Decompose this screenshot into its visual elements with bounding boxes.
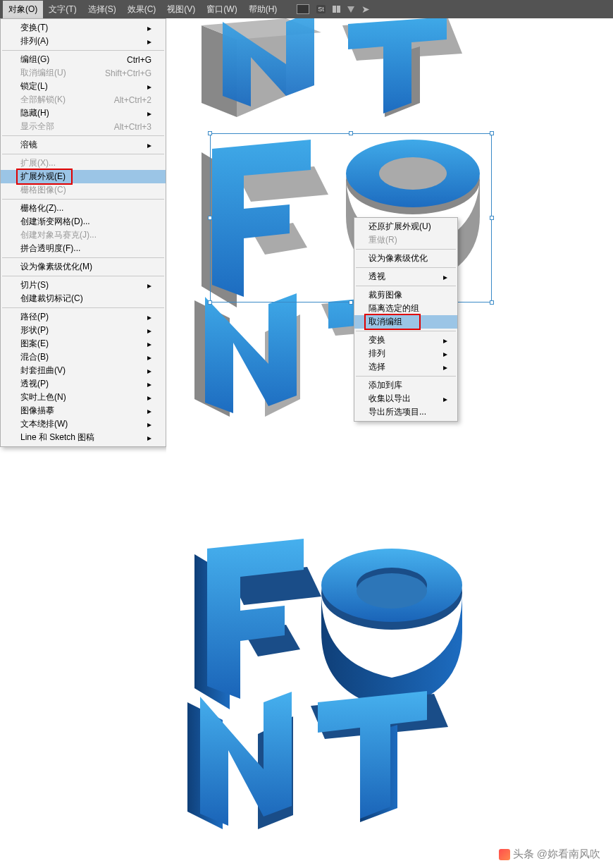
- sel-handle-bl[interactable]: [208, 300, 212, 305]
- ctx-collect-export[interactable]: 收集以导出▸: [354, 392, 457, 405]
- menu-flatten-transparency[interactable]: 拼合透明度(F)...: [1, 242, 166, 255]
- sel-handle-mr[interactable]: [490, 216, 494, 220]
- menu-expand-appearance[interactable]: 扩展外观(E): [1, 170, 166, 183]
- toutiao-logo-icon: [499, 849, 510, 860]
- artwork-bottom-font: [173, 526, 469, 829]
- st-icon[interactable]: St: [316, 5, 326, 13]
- menu-path[interactable]: 路径(P)▸: [1, 310, 166, 324]
- menu-separator: [2, 50, 164, 51]
- menu-show-all: 显示全部Alt+Ctrl+3: [1, 120, 166, 133]
- menu-separator: [2, 199, 164, 200]
- watermark: 头条 @妳看南风吹: [499, 848, 600, 861]
- ctx-export-selection[interactable]: 导出所选项目...: [354, 405, 457, 419]
- watermark-text: @妳看南风吹: [537, 848, 600, 861]
- menu-group[interactable]: 编组(G)Ctrl+G: [1, 53, 166, 66]
- menu-line-sketch[interactable]: Line 和 Sketch 图稿▸: [1, 431, 166, 444]
- ctx-isolate-group[interactable]: 隔离选定的组: [354, 302, 457, 315]
- menu-object[interactable]: 对象(O): [3, 1, 43, 18]
- menu-text[interactable]: 文字(T): [43, 1, 82, 18]
- menu-pixel-perfect[interactable]: 设为像素级优化(M): [1, 260, 166, 274]
- ctx-crop-image[interactable]: 裁剪图像: [354, 288, 457, 302]
- canvas[interactable]: [166, 18, 613, 868]
- ctx-select[interactable]: 选择▸: [354, 360, 457, 374]
- menu-window[interactable]: 窗口(W): [201, 1, 242, 18]
- sel-handle-tl[interactable]: [208, 131, 212, 135]
- menu-perspective[interactable]: 透视(P)▸: [1, 377, 166, 391]
- menu-separator: [2, 257, 164, 258]
- ctx-arrange[interactable]: 排列▸: [354, 347, 457, 360]
- ctx-pixel-perfect[interactable]: 设为像素级优化: [354, 252, 457, 265]
- sel-handle-bc[interactable]: [349, 300, 353, 305]
- menu-crop-marks[interactable]: 创建裁切标记(C): [1, 292, 166, 305]
- menu-blend[interactable]: 混合(B)▸: [1, 350, 166, 364]
- context-menu: 还原扩展外观(U) 重做(R) 设为像素级优化 透视▸ 裁剪图像 隔离选定的组 …: [354, 217, 458, 422]
- share-icon[interactable]: ➤: [361, 4, 370, 15]
- sel-handle-tc[interactable]: [349, 131, 353, 135]
- ctx-perspective[interactable]: 透视▸: [354, 270, 457, 283]
- menu-select[interactable]: 选择(S): [82, 1, 122, 18]
- ctx-separator: [356, 249, 456, 250]
- ctx-undo-expand-appearance[interactable]: 还原扩展外观(U): [354, 220, 457, 233]
- menu-text-wrap[interactable]: 文本绕排(W)▸: [1, 417, 166, 431]
- menu-expand: 扩展(X)...: [1, 157, 166, 170]
- menubar: 对象(O) 文字(T) 选择(S) 效果(C) 视图(V) 窗口(W) 帮助(H…: [0, 0, 613, 18]
- menu-separator: [2, 135, 164, 136]
- menu-raster-image: 栅格图像(C): [1, 183, 166, 197]
- menu-rasterize-filter[interactable]: 溶镜▸: [1, 138, 166, 152]
- menu-envelope-distort[interactable]: 封套扭曲(V)▸: [1, 364, 166, 377]
- menu-rasterize[interactable]: 栅格化(Z)...: [1, 202, 166, 215]
- menu-object-mosaic: 创建对象马赛克(J)...: [1, 228, 166, 242]
- artwork-top-nt: [180, 18, 476, 117]
- menu-image-trace[interactable]: 图像描摹▸: [1, 404, 166, 417]
- dropdown-triangle-icon: [347, 6, 354, 13]
- menu-view[interactable]: 视图(V): [161, 1, 201, 18]
- arrange-docs-icon[interactable]: [333, 6, 340, 13]
- toolbar-extras: St ➤: [297, 4, 370, 15]
- menu-effect[interactable]: 效果(C): [122, 1, 162, 18]
- ctx-transform[interactable]: 变换▸: [354, 334, 457, 347]
- watermark-prefix: 头条: [513, 848, 534, 861]
- ctx-separator: [356, 267, 456, 268]
- menu-slice[interactable]: 切片(S)▸: [1, 279, 166, 292]
- menu-hide[interactable]: 隐藏(H)▸: [1, 106, 166, 120]
- menu-live-paint[interactable]: 实时上色(N)▸: [1, 391, 166, 404]
- menu-separator: [2, 307, 164, 308]
- sel-handle-tr[interactable]: [490, 131, 494, 135]
- menu-transform[interactable]: 变换(T)▸: [1, 21, 166, 35]
- menu-gradient-mesh[interactable]: 创建渐变网格(D)...: [1, 215, 166, 228]
- menu-ungroup: 取消编组(U)Shift+Ctrl+G: [1, 66, 166, 80]
- svg-point-21: [357, 573, 427, 609]
- menu-separator: [2, 276, 164, 276]
- menu-unlock-all: 全部解锁(K)Alt+Ctrl+2: [1, 93, 166, 106]
- menu-pattern[interactable]: 图案(E)▸: [1, 337, 166, 350]
- ctx-ungroup[interactable]: 取消编组: [354, 315, 457, 329]
- ctx-separator: [356, 331, 456, 331]
- menu-lock[interactable]: 锁定(L)▸: [1, 80, 166, 93]
- ctx-separator: [356, 376, 456, 377]
- object-menu-dropdown: 变换(T)▸ 排列(A)▸ 编组(G)Ctrl+G 取消编组(U)Shift+C…: [0, 18, 166, 447]
- ctx-redo: 重做(R): [354, 233, 457, 247]
- menu-separator: [2, 154, 164, 154]
- menu-arrange[interactable]: 排列(A)▸: [1, 35, 166, 48]
- ctx-add-to-library[interactable]: 添加到库: [354, 379, 457, 392]
- menu-help[interactable]: 帮助(H): [243, 1, 283, 18]
- menu-shape[interactable]: 形状(P)▸: [1, 324, 166, 337]
- sel-handle-ml[interactable]: [208, 216, 212, 220]
- sel-handle-br[interactable]: [490, 300, 494, 305]
- gpu-preview-icon[interactable]: [297, 4, 309, 14]
- ctx-separator: [356, 286, 456, 286]
